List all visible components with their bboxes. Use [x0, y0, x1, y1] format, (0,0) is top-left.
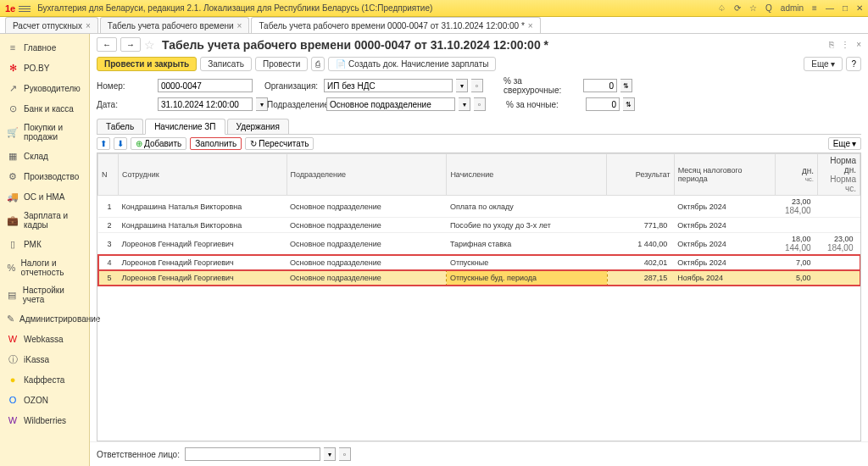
move-down-button[interactable]: ⬇	[114, 137, 127, 150]
recalc-button[interactable]: ↻ Пересчитать	[245, 137, 314, 150]
tab-timesheet-doc[interactable]: Табель учета рабочего времени 0000-0047 …	[251, 17, 540, 33]
sidebar-item[interactable]: ▦Склад	[0, 146, 89, 166]
close-icon[interactable]: ×	[237, 21, 242, 31]
move-up-button[interactable]: ⬆	[97, 137, 110, 150]
search-icon[interactable]: Q	[765, 3, 772, 13]
col-accr[interactable]: Начисление	[447, 154, 607, 196]
sidebar-item[interactable]: ▯РМК	[0, 234, 89, 254]
close-doc-icon[interactable]: ×	[856, 40, 861, 49]
sidebar-item[interactable]: ●Каффеста	[0, 369, 89, 390]
sidebar-label: РО.BY	[24, 64, 49, 73]
movements-button[interactable]: ⎙	[311, 57, 325, 71]
user-label[interactable]: admin	[781, 3, 804, 13]
favorite-icon[interactable]: ☆	[749, 3, 757, 13]
dropdown-icon[interactable]: ▾	[456, 79, 468, 92]
tab-timesheet-list[interactable]: Табель учета рабочего времени×	[100, 17, 250, 33]
responsible-field[interactable]	[185, 447, 320, 461]
maximize-icon[interactable]: □	[843, 3, 848, 13]
sidebar-icon: ✎	[7, 313, 14, 325]
sidebar-item[interactable]: WWebkassa	[0, 329, 89, 349]
create-payroll-button[interactable]: 📄 Создать док. Начисление зарплаты	[328, 57, 496, 71]
add-row-button[interactable]: ⊕Добавить	[131, 137, 186, 150]
open-icon[interactable]: ▫	[339, 447, 351, 461]
pct-night-field[interactable]	[586, 97, 620, 111]
dropdown-icon[interactable]: ▾	[459, 97, 470, 111]
sidebar-label: Склад	[24, 152, 48, 161]
settings-icon[interactable]: ≡	[812, 3, 817, 13]
sidebar-item[interactable]: ⊙Банк и касса	[0, 98, 89, 119]
sidebar-item[interactable]: WWildberries	[0, 410, 89, 430]
menu-icon[interactable]	[19, 4, 31, 13]
star-icon[interactable]: ☆	[144, 38, 155, 52]
subtab-timesheet[interactable]: Табель	[97, 119, 143, 134]
post-button[interactable]: Провести	[255, 57, 308, 71]
fill-button[interactable]: Заполнить	[190, 137, 242, 150]
sidebar-item[interactable]: ≡Главное	[0, 37, 89, 58]
table-row[interactable]: 5Лореонов Геннадий ГеоргиевичОсновное по…	[98, 270, 860, 286]
write-button[interactable]: Записать	[200, 57, 252, 71]
table-row[interactable]: 2Кондрашина Наталья ВикторовнаОсновное п…	[98, 218, 860, 233]
sidebar-item[interactable]: %Налоги и отчетность	[0, 254, 89, 281]
more-icon[interactable]: ⋮	[841, 40, 849, 49]
nav-back-button[interactable]: ←	[97, 37, 117, 52]
open-icon[interactable]: ▫	[474, 97, 486, 111]
sidebar-icon: ⊙	[7, 103, 19, 114]
sidebar-label: Зарплата и кадры	[24, 211, 82, 230]
dept-label: Подразделение:	[267, 100, 323, 109]
dropdown-icon[interactable]: ▾	[324, 447, 336, 461]
calendar-icon[interactable]: ▾	[256, 97, 268, 111]
more-button[interactable]: Еще ▾	[804, 57, 843, 71]
sidebar-label: Главное	[24, 43, 56, 53]
pct-over-field[interactable]	[583, 79, 617, 92]
sidebar-item[interactable]: ✎Администрирование	[0, 308, 89, 329]
org-field[interactable]	[324, 79, 453, 92]
table-more-button[interactable]: Еще ▾	[828, 137, 861, 150]
sidebar-item[interactable]: ⓘiKassa	[0, 349, 89, 369]
sidebar-icon: W	[7, 414, 19, 426]
subtab-payroll[interactable]: Начисление ЗП	[145, 119, 225, 135]
col-emp[interactable]: Сотрудник	[118, 154, 287, 196]
pct-over-label: % за сверхурочные:	[504, 76, 580, 95]
close-icon[interactable]: ×	[528, 21, 533, 31]
sidebar-item[interactable]: ▤Настройки учета	[0, 281, 89, 308]
pct-night-label: % за ночные:	[506, 100, 582, 109]
sidebar-item[interactable]: ↗Руководителю	[0, 78, 89, 98]
data-table[interactable]: N Сотрудник Подразделение Начисление Рез…	[97, 153, 861, 441]
number-field[interactable]	[158, 79, 253, 92]
sidebar-icon: ⓘ	[7, 353, 19, 365]
sidebar-label: Руководителю	[24, 84, 81, 93]
stepper-icon[interactable]: ⇅	[623, 97, 635, 111]
sidebar-item[interactable]: OOZON	[0, 390, 89, 410]
table-row[interactable]: 1Кондрашина Наталья ВикторовнаОсновное п…	[98, 196, 860, 218]
tab-vacation[interactable]: Расчет отпускных×	[5, 17, 98, 33]
number-label: Номер:	[97, 81, 154, 91]
date-field[interactable]	[158, 97, 253, 111]
col-days[interactable]: дн.чс.	[776, 154, 818, 196]
col-norm[interactable]: Норма дн.Норма чс.	[818, 154, 860, 196]
table-row[interactable]: 3Лореонов Геннадий ГеоргиевичОсновное по…	[98, 233, 860, 255]
sidebar-item[interactable]: 🚚ОС и НМА	[0, 186, 89, 207]
col-result[interactable]: Результат	[607, 154, 675, 196]
col-n[interactable]: N	[98, 154, 119, 196]
dept-field[interactable]	[326, 97, 455, 111]
date-label: Дата:	[97, 100, 154, 109]
close-icon[interactable]: ×	[86, 21, 91, 31]
sidebar-item[interactable]: 💼Зарплата и кадры	[0, 207, 89, 234]
subtab-deductions[interactable]: Удержания	[227, 119, 289, 134]
col-dept[interactable]: Подразделение	[287, 154, 447, 196]
col-period[interactable]: Месяц налогового периода	[674, 154, 775, 196]
stepper-icon[interactable]: ⇅	[620, 79, 632, 92]
open-icon[interactable]: ▫	[471, 79, 483, 92]
sidebar-item[interactable]: ✻РО.BY	[0, 58, 89, 78]
sidebar-item[interactable]: 🛒Покупки и продажи	[0, 119, 89, 146]
history-icon[interactable]: ⟳	[734, 3, 741, 13]
minimize-icon[interactable]: —	[826, 3, 834, 13]
sidebar-item[interactable]: ⚙Производство	[0, 166, 89, 186]
link-icon[interactable]: ⎘	[829, 40, 834, 49]
close-icon[interactable]: ✕	[856, 3, 863, 13]
table-row[interactable]: 4Лореонов Геннадий ГеоргиевичОсновное по…	[98, 255, 860, 270]
help-button[interactable]: ?	[846, 57, 861, 71]
bell-icon[interactable]: ♤	[718, 3, 726, 13]
nav-fwd-button[interactable]: →	[120, 37, 141, 52]
post-close-button[interactable]: Провести и закрыть	[97, 57, 197, 71]
